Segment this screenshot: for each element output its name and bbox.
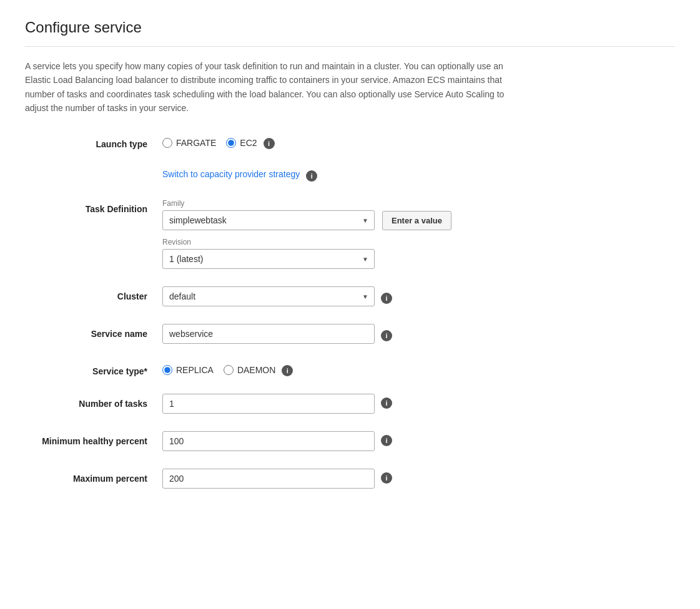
number-of-tasks-row: Number of tasks i bbox=[25, 394, 587, 414]
service-type-daemon-option[interactable]: DAEMON bbox=[224, 365, 275, 375]
capacity-provider-info-icon[interactable]: i bbox=[306, 170, 317, 182]
divider bbox=[25, 46, 675, 47]
max-percent-control: i bbox=[162, 469, 587, 489]
service-name-label: Service name bbox=[25, 324, 162, 339]
cluster-label: Cluster bbox=[25, 286, 162, 301]
capacity-provider-control: Switch to capacity provider strategy i bbox=[162, 167, 587, 182]
capacity-provider-empty-label bbox=[25, 167, 162, 172]
launch-type-fargate-radio[interactable] bbox=[162, 138, 172, 148]
service-type-control: REPLICA DAEMON i bbox=[162, 361, 587, 376]
launch-type-control: FARGATE EC2 i bbox=[162, 134, 587, 149]
service-type-radio-group: REPLICA DAEMON bbox=[162, 361, 275, 375]
launch-type-ec2-radio[interactable] bbox=[226, 138, 236, 148]
service-name-control: i bbox=[162, 324, 587, 344]
min-healthy-percent-row: Minimum healthy percent i bbox=[25, 431, 587, 451]
launch-type-ec2-label[interactable]: EC2 bbox=[240, 138, 257, 148]
cluster-select[interactable]: default bbox=[162, 286, 375, 306]
min-healthy-percent-input[interactable] bbox=[162, 431, 375, 451]
max-percent-label: Maximum percent bbox=[25, 469, 162, 484]
launch-type-row: Launch type FARGATE EC2 i bbox=[25, 134, 587, 149]
page-title: Configure service bbox=[25, 19, 675, 36]
service-type-info-icon[interactable]: i bbox=[282, 365, 293, 376]
service-type-replica-option[interactable]: REPLICA bbox=[162, 365, 214, 375]
task-definition-control: Family simplewebtask Enter a value Revis… bbox=[162, 199, 587, 269]
launch-type-info-icon[interactable]: i bbox=[264, 138, 275, 149]
switch-capacity-provider-link[interactable]: Switch to capacity provider strategy bbox=[162, 167, 300, 179]
launch-type-fargate-label[interactable]: FARGATE bbox=[176, 138, 216, 148]
max-percent-info-icon[interactable]: i bbox=[381, 472, 392, 484]
task-def-family-row: simplewebtask Enter a value bbox=[162, 210, 587, 230]
number-of-tasks-control: i bbox=[162, 394, 587, 414]
revision-select[interactable]: 1 (latest) bbox=[162, 249, 375, 269]
task-def-family-section: Family simplewebtask Enter a value bbox=[162, 199, 587, 230]
family-select[interactable]: simplewebtask bbox=[162, 210, 375, 230]
enter-value-button[interactable]: Enter a value bbox=[382, 211, 451, 230]
service-type-replica-radio[interactable] bbox=[162, 365, 172, 375]
service-type-replica-label[interactable]: REPLICA bbox=[176, 365, 214, 375]
max-percent-row: Maximum percent i bbox=[25, 469, 587, 489]
service-name-input[interactable] bbox=[162, 324, 375, 344]
service-type-daemon-radio[interactable] bbox=[224, 365, 234, 375]
min-healthy-percent-label: Minimum healthy percent bbox=[25, 431, 162, 446]
service-type-daemon-label[interactable]: DAEMON bbox=[237, 365, 275, 375]
cluster-control: default i bbox=[162, 286, 587, 306]
service-name-info-icon[interactable]: i bbox=[381, 330, 392, 341]
service-type-row: Service type* REPLICA DAEMON i bbox=[25, 361, 587, 376]
max-percent-input[interactable] bbox=[162, 469, 375, 489]
capacity-provider-row: Switch to capacity provider strategy i bbox=[25, 167, 587, 182]
cluster-row: Cluster default i bbox=[25, 286, 587, 306]
number-of-tasks-label: Number of tasks bbox=[25, 394, 162, 409]
launch-type-fargate-option[interactable]: FARGATE bbox=[162, 138, 216, 148]
min-healthy-percent-control: i bbox=[162, 431, 587, 451]
number-of-tasks-info-icon[interactable]: i bbox=[381, 397, 392, 409]
task-definition-row: Task Definition Family simplewebtask Ent… bbox=[25, 199, 587, 269]
min-healthy-percent-info-icon[interactable]: i bbox=[381, 435, 392, 446]
launch-type-radio-group: FARGATE EC2 bbox=[162, 134, 257, 148]
launch-type-ec2-option[interactable]: EC2 bbox=[226, 138, 257, 148]
cluster-info-icon[interactable]: i bbox=[381, 293, 392, 304]
service-name-row: Service name i bbox=[25, 324, 587, 344]
configure-service-form: Launch type FARGATE EC2 i Switch to capa… bbox=[25, 134, 587, 489]
launch-type-label: Launch type bbox=[25, 134, 162, 149]
revision-label: Revision bbox=[162, 238, 587, 246]
cluster-select-wrapper: default bbox=[162, 286, 375, 306]
family-label: Family bbox=[162, 199, 587, 208]
task-def-area: Family simplewebtask Enter a value Revis… bbox=[162, 199, 587, 269]
cluster-select-row: default i bbox=[162, 286, 392, 306]
service-type-label: Service type* bbox=[25, 361, 162, 376]
revision-select-wrapper: 1 (latest) bbox=[162, 249, 375, 269]
page-description: A service lets you specify how many copi… bbox=[25, 59, 512, 115]
family-select-wrapper: simplewebtask bbox=[162, 210, 375, 230]
task-def-revision-section: Revision 1 (latest) bbox=[162, 238, 587, 269]
service-name-input-row: i bbox=[162, 324, 392, 344]
task-definition-label: Task Definition bbox=[25, 199, 162, 214]
number-of-tasks-input[interactable] bbox=[162, 394, 375, 414]
